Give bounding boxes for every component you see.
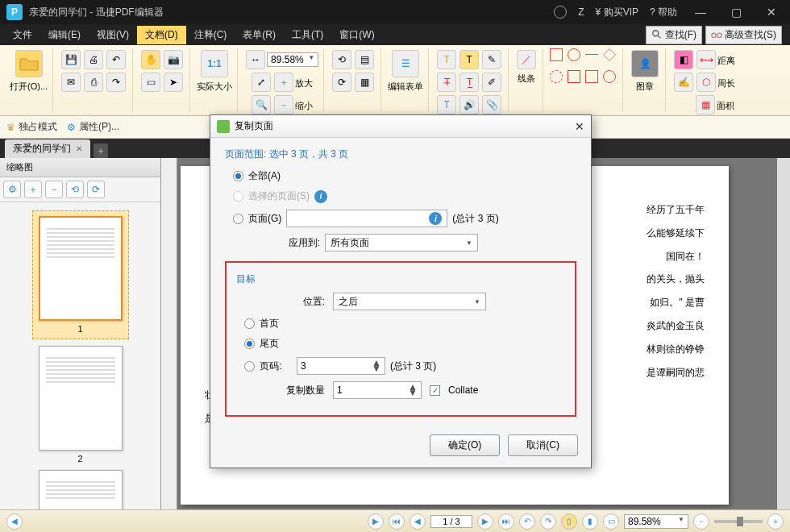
print-icon[interactable]: 🖨	[84, 50, 103, 69]
shape-rect[interactable]	[550, 48, 563, 61]
pencil-icon[interactable]: ✎	[482, 50, 501, 69]
shape-line[interactable]	[585, 54, 598, 67]
fit-page-icon[interactable]: ⤢	[252, 73, 271, 92]
status-zoom-combo[interactable]: 89.58%▼	[624, 514, 688, 529]
next-page-button[interactable]: ▶	[477, 513, 493, 530]
rotate-left-icon[interactable]: ⟲	[332, 50, 351, 69]
select-icon[interactable]: ▭	[141, 73, 160, 92]
shape-star[interactable]	[568, 70, 580, 83]
shape-circle[interactable]	[568, 48, 580, 61]
last-page-button[interactable]: ⏭	[498, 513, 514, 530]
undo-icon[interactable]: ↶	[106, 50, 126, 69]
rotate-right-icon[interactable]: ⟳	[332, 73, 351, 92]
scan-icon[interactable]: ⎙	[84, 73, 103, 92]
menu-window[interactable]: 窗口(W)	[331, 26, 382, 44]
new-tab-button[interactable]: ＋	[94, 143, 108, 158]
open-file-icon[interactable]	[15, 50, 43, 77]
hand-tool-icon[interactable]: ✋	[141, 50, 160, 69]
cancel-button[interactable]: 取消(C)	[508, 434, 578, 456]
forward-view-button[interactable]: ↷	[540, 513, 556, 530]
single-page-icon[interactable]: ▯	[561, 513, 577, 530]
eraser-icon[interactable]: ◧	[674, 50, 693, 69]
thumb-zoom-in-icon[interactable]: ＋	[24, 181, 42, 198]
buy-vip-button[interactable]: ¥ 购买VIP	[596, 6, 638, 19]
apply-to-combo[interactable]: 所有页面▼	[325, 234, 478, 251]
text-edit-icon[interactable]: T	[437, 50, 456, 69]
highlight-icon[interactable]: T	[459, 50, 479, 69]
radio-page-number[interactable]	[244, 361, 255, 372]
shape-poly[interactable]	[603, 48, 616, 61]
ok-button[interactable]: 确定(O)	[430, 434, 500, 456]
user-letter[interactable]: Z	[578, 6, 584, 18]
actual-size-icon[interactable]: 1:1	[201, 50, 228, 77]
info-icon[interactable]: i	[429, 212, 442, 225]
zoom-slider[interactable]	[714, 520, 763, 523]
thumb-rotate-right-icon[interactable]: ⟳	[87, 181, 105, 198]
close-button[interactable]: ✕	[759, 6, 784, 19]
collapse-side-icon[interactable]: ◀	[6, 513, 23, 530]
thumb-rotate-left-icon[interactable]: ⟲	[66, 181, 84, 198]
position-combo[interactable]: 之后▼	[333, 293, 486, 310]
collate-checkbox[interactable]: ✓	[430, 385, 440, 396]
properties-button[interactable]: ⚙属性(P)...	[67, 120, 119, 134]
perimeter-icon[interactable]: ⬡	[696, 73, 716, 92]
zoom-out-icon[interactable]: －	[274, 95, 293, 114]
area-icon[interactable]: ▦	[696, 95, 715, 114]
prev-page-button[interactable]: ◀	[410, 513, 426, 530]
zoom-tool-icon[interactable]: 🔍	[252, 95, 271, 114]
thumb-zoom-out-icon[interactable]: －	[45, 181, 63, 198]
attach-icon[interactable]: 📎	[482, 95, 501, 114]
save-icon[interactable]: 💾	[61, 50, 81, 69]
menu-form[interactable]: 表单(R)	[235, 26, 284, 44]
spin-down-icon[interactable]: ▼	[372, 366, 381, 372]
menu-view[interactable]: 视图(V)	[89, 26, 137, 44]
tab-close-icon[interactable]: ✕	[76, 144, 82, 153]
dialog-close-button[interactable]: ✕	[575, 120, 584, 133]
shape-cloud[interactable]	[550, 70, 563, 83]
globe-icon[interactable]	[554, 6, 567, 19]
exclusive-mode-button[interactable]: ♛独占模式	[6, 120, 57, 134]
facing-icon[interactable]: ▭	[603, 513, 619, 530]
signature-icon[interactable]: ✍	[674, 73, 693, 92]
radio-pages[interactable]	[233, 214, 243, 224]
vertical-scrollbar[interactable]	[777, 158, 790, 509]
minimize-button[interactable]: —	[688, 6, 713, 19]
redo-icon[interactable]: ↷	[106, 73, 126, 92]
text-box-icon[interactable]: T	[437, 95, 456, 114]
menu-file[interactable]: 文件	[5, 26, 40, 44]
radio-all[interactable]	[233, 171, 243, 181]
zoom-in-icon[interactable]: ＋	[274, 73, 293, 92]
maximize-button[interactable]: ▢	[724, 6, 748, 19]
sound-icon[interactable]: 🔊	[459, 95, 479, 114]
zoom-combo[interactable]: 89.58%▼	[267, 52, 318, 67]
advanced-find-button[interactable]: 高级查找(S)	[705, 26, 782, 44]
shape-ellipse[interactable]	[603, 70, 616, 83]
stamp-icon[interactable]: 👤	[631, 50, 659, 77]
menu-edit[interactable]: 编辑(E)	[40, 26, 89, 44]
help-button[interactable]: ? 帮助	[650, 6, 677, 19]
toggle-panel-icon[interactable]: ▶	[368, 513, 384, 530]
menu-document[interactable]: 文档(D)	[137, 26, 186, 44]
thumb-options-icon[interactable]: ⚙	[3, 181, 21, 198]
fit-width-icon[interactable]: ↔	[246, 50, 265, 69]
pages-input[interactable]: i	[286, 210, 447, 227]
radio-first-page[interactable]	[244, 318, 255, 329]
back-view-button[interactable]: ↶	[519, 513, 535, 530]
zoom-in-button[interactable]: ＋	[767, 513, 784, 530]
cursor-icon[interactable]: ➤	[164, 73, 183, 92]
line-tool-icon[interactable]: ／	[517, 50, 536, 69]
thumbnail-page-3[interactable]: 3	[32, 470, 129, 509]
snapshot-icon[interactable]: 📷	[164, 50, 183, 69]
radio-last-page[interactable]	[244, 339, 255, 349]
page-layout-icon[interactable]: ▤	[355, 50, 374, 69]
page-number-spinner[interactable]: 3▲▼	[297, 357, 385, 375]
zoom-out-button[interactable]: －	[693, 513, 709, 530]
menu-comment[interactable]: 注释(C)	[186, 26, 235, 44]
note-icon[interactable]: ✐	[482, 73, 501, 92]
underline-icon[interactable]: T̲	[459, 73, 479, 92]
email-icon[interactable]: ✉	[61, 73, 81, 92]
thumbnail-page-1[interactable]: 1	[32, 210, 129, 339]
distance-icon[interactable]: ⟷	[696, 50, 716, 69]
two-page-icon[interactable]: ▦	[355, 73, 374, 92]
edit-form-icon[interactable]: ☰	[392, 50, 419, 77]
